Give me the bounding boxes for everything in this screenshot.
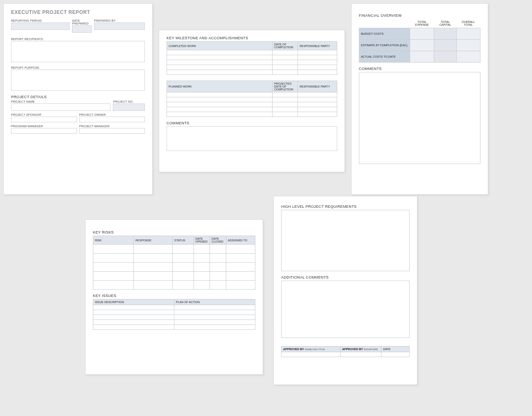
label-reporting-period: REPORTING PERIOD: [11, 19, 70, 22]
table-completed-work: COMPLETED WORK DATE OF COMPLETION RESPON…: [167, 41, 337, 75]
page-financial: FINANCIAL OVERVIEW TOTAL EXPENSE TOTAL C…: [351, 3, 488, 195]
col-date: DATE: [381, 346, 410, 352]
input-report-purpose[interactable]: [11, 70, 145, 91]
col-issue-desc: ISSUE DESCRIPTION: [93, 299, 174, 305]
table-row[interactable]: [93, 254, 255, 263]
table-row[interactable]: [93, 325, 255, 330]
input-additional-comments[interactable]: [281, 281, 410, 338]
col-response: RESPONSE: [134, 236, 173, 245]
table-risks: RISK RESPONSE STATUS DATE OPENED DATE CL…: [93, 236, 255, 290]
table-issues: ISSUE DESCRIPTION PLAN OF ACTION: [93, 299, 255, 330]
label-comments: COMMENTS: [167, 121, 337, 125]
table-row[interactable]: [167, 50, 337, 55]
input-project-owner[interactable]: [79, 117, 145, 122]
col-approved-sig: APPROVED BY SIGNATURE: [340, 346, 381, 352]
section-project-details: PROJECT DETAILS: [11, 95, 145, 99]
col-completed-work: COMPLETED WORK: [167, 42, 273, 50]
section-add-comments: ADDITIONAL COMMENTS: [281, 275, 410, 279]
page-milestones: KEY MILESTONE AND ACCOMPLISHMENTS COMPLE…: [159, 30, 345, 172]
col-total-expense: TOTAL EXPENSE: [410, 19, 434, 28]
col-date-closed: DATE CLOSED: [210, 236, 226, 245]
table-row[interactable]: [93, 263, 255, 272]
table-row[interactable]: [93, 315, 255, 320]
row-budget-costs: BUDGET COSTS: [359, 28, 410, 40]
label-project-name: PROJECT NAME: [11, 100, 110, 103]
table-row[interactable]: [167, 92, 337, 97]
table-row[interactable]: [167, 102, 337, 107]
page-title: EXECUTIVE PROJECT REPORT: [11, 9, 145, 15]
col-responsible-party-2: RESPONSIBLE PARTY: [298, 81, 337, 92]
table-row[interactable]: [93, 245, 255, 254]
table-row[interactable]: [167, 65, 337, 70]
page-risks-issues: KEY RISKS RISK RESPONSE STATUS DATE OPEN…: [85, 219, 263, 375]
col-date-opened: DATE OPENED: [194, 236, 210, 245]
col-responsible-party: RESPONSIBLE PARTY: [298, 42, 337, 50]
section-key-issues: KEY ISSUES: [93, 294, 255, 298]
table-row[interactable]: [282, 352, 410, 357]
col-date-completion: DATE OF COMPLETION: [272, 42, 298, 50]
table-financial: TOTAL EXPENSE TOTAL CAPITAL OVERALL TOTA…: [359, 19, 480, 63]
table-planned-work: PLANNED WORK PROJECTED DATE OF COMPLETIO…: [167, 81, 337, 117]
label-project-manager: PROJECT MANAGER: [79, 125, 145, 128]
input-project-sponsor[interactable]: [11, 117, 77, 122]
row-eac: ESTIMATE AT COMPLETION (EAC): [359, 40, 410, 51]
table-row[interactable]: [93, 281, 255, 290]
table-row[interactable]: [167, 107, 337, 112]
label-report-purpose: REPORT PURPOSE: [11, 66, 145, 69]
table-row[interactable]: ACTUAL COSTS TO DATE: [359, 51, 480, 63]
label-program-manager: PROGRAM MANAGER: [11, 125, 77, 128]
col-planned-work: PLANNED WORK: [167, 81, 273, 92]
section-financial: FINANCIAL OVERVIEW: [359, 13, 480, 18]
input-program-manager[interactable]: [11, 128, 77, 134]
table-row[interactable]: [167, 55, 337, 60]
page-requirements: HIGH LEVEL PROJECT REQUIREMENTS ADDITION…: [273, 196, 417, 385]
input-project-manager[interactable]: [79, 128, 145, 134]
table-row[interactable]: BUDGET COSTS: [359, 28, 480, 40]
section-milestones: KEY MILESTONE AND ACCOMPLISHMENTS: [167, 36, 337, 40]
label-prepared-by: PREPARED BY: [94, 19, 145, 22]
label-project-sponsor: PROJECT SPONSOR: [11, 113, 77, 116]
table-row[interactable]: [93, 272, 255, 281]
col-assigned-to: ASSIGNED TO: [226, 236, 255, 245]
section-requirements: HIGH LEVEL PROJECT REQUIREMENTS: [281, 205, 410, 209]
label-fin-comments: COMMENTS: [359, 67, 480, 71]
input-milestone-comments[interactable]: [167, 126, 337, 151]
section-key-risks: KEY RISKS: [93, 230, 255, 234]
col-total-capital: TOTAL CAPITAL: [434, 19, 457, 28]
input-date-prepared[interactable]: [72, 25, 92, 33]
col-overall-total: OVERALL TOTAL: [456, 19, 480, 28]
table-approval: APPROVED BY NAME AND TITLE APPROVED BY S…: [281, 346, 410, 357]
table-row[interactable]: [93, 305, 255, 310]
page-executive-report: EXECUTIVE PROJECT REPORT REPORTING PERIO…: [3, 3, 153, 195]
col-projected-date: PROJECTED DATE OF COMPLETION: [272, 81, 298, 92]
col-status: STATUS: [173, 236, 194, 245]
table-row[interactable]: [167, 112, 337, 117]
input-financial-comments[interactable]: [359, 72, 480, 164]
label-project-no: PROJECT NO.: [113, 100, 145, 103]
col-plan-action: PLAN OF ACTION: [174, 299, 255, 305]
input-report-recipients[interactable]: [11, 41, 145, 62]
table-row[interactable]: [93, 320, 255, 325]
table-row[interactable]: [167, 60, 337, 65]
table-row[interactable]: ESTIMATE AT COMPLETION (EAC): [359, 40, 480, 51]
row-actual-costs: ACTUAL COSTS TO DATE: [359, 51, 410, 63]
label-project-owner: PROJECT OWNER: [79, 113, 145, 116]
col-risk: RISK: [93, 236, 134, 245]
table-row[interactable]: [93, 310, 255, 315]
table-row[interactable]: [167, 97, 337, 102]
input-prepared-by[interactable]: [94, 22, 145, 30]
table-row[interactable]: [167, 70, 337, 75]
label-report-recipients: REPORT RECIPIENTS: [11, 38, 145, 40]
col-approved-by: APPROVED BY NAME AND TITLE: [282, 346, 340, 352]
input-reporting-period[interactable]: [11, 22, 70, 30]
label-date-prepared: DATE PREPARED: [72, 19, 92, 25]
input-project-no[interactable]: [113, 103, 145, 111]
input-project-name[interactable]: [11, 103, 110, 111]
input-requirements[interactable]: [281, 210, 410, 271]
